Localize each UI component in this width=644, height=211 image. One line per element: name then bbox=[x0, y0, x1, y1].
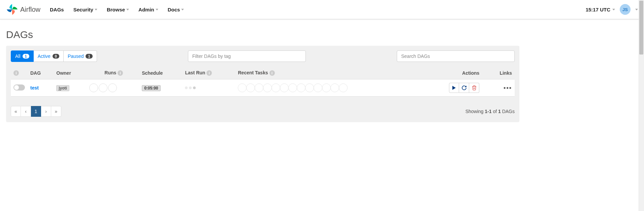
nav-left: Airflow DAGs Security Browse Admin Docs bbox=[6, 3, 184, 15]
links-menu-button[interactable]: ••• bbox=[497, 84, 512, 91]
trash-icon bbox=[472, 85, 477, 91]
task-circle[interactable] bbox=[297, 83, 305, 92]
dags-table: i DAG Owner Runs i Schedule Last Run i R… bbox=[11, 67, 515, 97]
col-runs: Runs bbox=[104, 70, 116, 75]
col-last-run: Last Run bbox=[185, 70, 205, 75]
task-circle[interactable] bbox=[339, 83, 348, 92]
pause-toggle[interactable] bbox=[13, 84, 25, 91]
page-current-button[interactable]: 1 bbox=[31, 106, 41, 117]
search-dags-input[interactable] bbox=[397, 50, 515, 62]
dot-icon bbox=[189, 86, 192, 89]
task-circle[interactable] bbox=[330, 83, 339, 92]
nav-security[interactable]: Security bbox=[73, 7, 97, 12]
nav-browse[interactable]: Browse bbox=[107, 7, 129, 12]
page-next-button[interactable]: › bbox=[41, 106, 51, 117]
filter-row: All 1 Active 0 Paused 1 bbox=[11, 50, 515, 62]
task-circle[interactable] bbox=[280, 83, 289, 92]
trigger-dag-button[interactable] bbox=[449, 83, 459, 93]
nav-dags[interactable]: DAGs bbox=[50, 7, 64, 12]
airflow-logo-icon bbox=[6, 3, 18, 15]
clock[interactable]: 15:17 UTC bbox=[586, 7, 615, 12]
recent-tasks-container bbox=[238, 83, 421, 92]
task-circle[interactable] bbox=[238, 83, 247, 92]
refresh-dag-button[interactable] bbox=[459, 83, 469, 93]
col-actions: Actions bbox=[424, 67, 482, 79]
scrollbar-thumb[interactable] bbox=[639, 1, 643, 55]
brand-name: Airflow bbox=[20, 6, 40, 13]
col-links: Links bbox=[482, 67, 515, 79]
filter-paused-button[interactable]: Paused 1 bbox=[64, 50, 97, 62]
info-icon[interactable]: i bbox=[118, 70, 123, 76]
last-run-loading bbox=[185, 86, 232, 89]
dag-link[interactable]: test bbox=[30, 85, 39, 91]
page-first-button[interactable]: « bbox=[11, 106, 21, 117]
chevron-down-icon bbox=[126, 9, 129, 10]
col-owner: Owner bbox=[54, 67, 87, 79]
filter-all-count: 1 bbox=[23, 54, 29, 59]
info-icon[interactable]: i bbox=[13, 70, 19, 76]
dot-icon bbox=[185, 86, 188, 89]
info-icon[interactable]: i bbox=[206, 70, 212, 76]
dot-icon bbox=[193, 86, 196, 89]
actions-group bbox=[426, 83, 480, 93]
task-circle[interactable] bbox=[288, 83, 297, 92]
pagination: « ‹ 1 › » bbox=[11, 106, 61, 117]
page-body: DAGs All 1 Active 0 Paused 1 bbox=[0, 20, 525, 128]
col-recent-tasks: Recent Tasks bbox=[238, 70, 268, 75]
nav-right: 15:17 UTC JS bbox=[586, 4, 638, 15]
filter-paused-count: 1 bbox=[86, 54, 92, 59]
col-schedule: Schedule bbox=[139, 67, 182, 79]
filter-active-count: 0 bbox=[53, 54, 59, 59]
owner-chip[interactable]: jyoti bbox=[56, 85, 69, 91]
run-circle[interactable] bbox=[108, 83, 117, 92]
user-avatar[interactable]: JS bbox=[620, 4, 631, 15]
schedule-chip[interactable]: 0:05:00 bbox=[142, 85, 160, 91]
chevron-down-icon bbox=[156, 9, 158, 10]
task-circle[interactable] bbox=[255, 83, 263, 92]
play-icon bbox=[452, 86, 456, 90]
chevron-down-icon bbox=[95, 9, 97, 10]
table-footer: « ‹ 1 › » Showing 1-1 of 1 DAGs bbox=[11, 106, 515, 117]
page-prev-button[interactable]: ‹ bbox=[21, 106, 31, 117]
filter-tags-input[interactable] bbox=[188, 50, 306, 62]
top-navbar: Airflow DAGs Security Browse Admin Docs … bbox=[0, 0, 644, 20]
page-title: DAGs bbox=[6, 29, 519, 40]
task-circle[interactable] bbox=[322, 83, 331, 92]
nav-admin[interactable]: Admin bbox=[138, 7, 158, 12]
delete-dag-button[interactable] bbox=[469, 83, 479, 93]
filter-all-button[interactable]: All 1 bbox=[11, 50, 34, 62]
chevron-down-icon[interactable] bbox=[635, 9, 638, 10]
runs-container bbox=[89, 83, 136, 92]
chevron-down-icon bbox=[612, 9, 615, 10]
task-circle[interactable] bbox=[305, 83, 314, 92]
run-circle[interactable] bbox=[99, 83, 107, 92]
dags-panel: All 1 Active 0 Paused 1 i bbox=[6, 46, 519, 122]
task-circle[interactable] bbox=[246, 83, 255, 92]
col-dag: DAG bbox=[28, 67, 54, 79]
run-circle[interactable] bbox=[89, 83, 98, 92]
brand[interactable]: Airflow bbox=[6, 3, 40, 15]
page-last-button[interactable]: » bbox=[51, 106, 61, 117]
nav-docs[interactable]: Docs bbox=[168, 7, 184, 12]
status-filter-group: All 1 Active 0 Paused 1 bbox=[11, 50, 97, 62]
table-row: test jyoti 0:05:00 bbox=[11, 79, 515, 97]
filter-active-button[interactable]: Active 0 bbox=[34, 50, 64, 62]
refresh-icon bbox=[461, 85, 467, 91]
scrollbar[interactable] bbox=[639, 0, 644, 128]
chevron-down-icon bbox=[181, 9, 184, 10]
task-circle[interactable] bbox=[263, 83, 272, 92]
task-circle[interactable] bbox=[271, 83, 280, 92]
showing-text: Showing 1-1 of 1 DAGs bbox=[465, 109, 515, 114]
info-icon[interactable]: i bbox=[269, 70, 275, 76]
task-circle[interactable] bbox=[314, 83, 322, 92]
